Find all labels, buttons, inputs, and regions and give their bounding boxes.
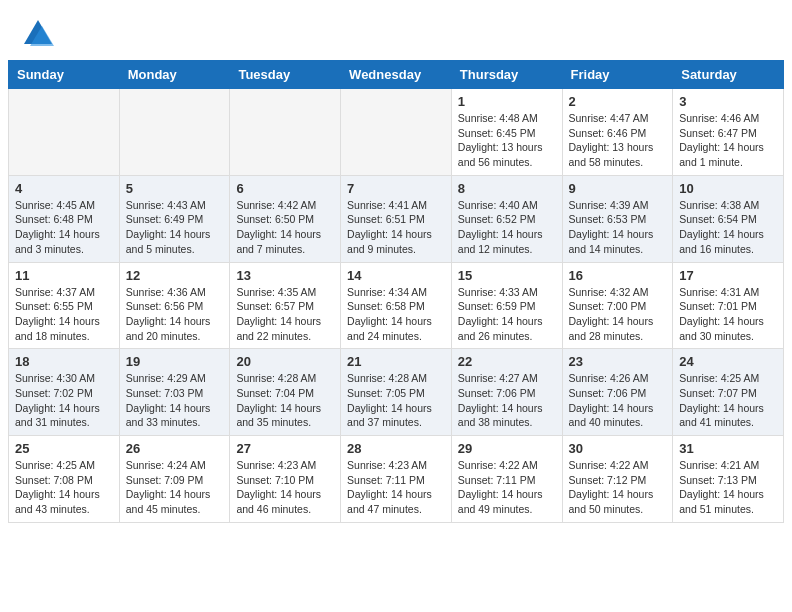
day-info: Sunrise: 4:48 AMSunset: 6:45 PMDaylight:…: [458, 111, 556, 170]
calendar-week-3: 11 Sunrise: 4:37 AMSunset: 6:55 PMDaylig…: [9, 262, 784, 349]
day-number: 8: [458, 181, 556, 196]
day-number: 31: [679, 441, 777, 456]
day-number: 1: [458, 94, 556, 109]
calendar-cell: 31 Sunrise: 4:21 AMSunset: 7:13 PMDaylig…: [673, 436, 784, 523]
calendar-cell: 22 Sunrise: 4:27 AMSunset: 7:06 PMDaylig…: [451, 349, 562, 436]
weekday-header-thursday: Thursday: [451, 61, 562, 89]
calendar-cell: 29 Sunrise: 4:22 AMSunset: 7:11 PMDaylig…: [451, 436, 562, 523]
weekday-header-saturday: Saturday: [673, 61, 784, 89]
day-info: Sunrise: 4:31 AMSunset: 7:01 PMDaylight:…: [679, 285, 777, 344]
day-number: 17: [679, 268, 777, 283]
day-info: Sunrise: 4:37 AMSunset: 6:55 PMDaylight:…: [15, 285, 113, 344]
calendar-cell: [9, 89, 120, 176]
calendar-cell: 2 Sunrise: 4:47 AMSunset: 6:46 PMDayligh…: [562, 89, 673, 176]
day-number: 3: [679, 94, 777, 109]
calendar-week-1: 1 Sunrise: 4:48 AMSunset: 6:45 PMDayligh…: [9, 89, 784, 176]
calendar-cell: 24 Sunrise: 4:25 AMSunset: 7:07 PMDaylig…: [673, 349, 784, 436]
calendar-cell: 28 Sunrise: 4:23 AMSunset: 7:11 PMDaylig…: [341, 436, 452, 523]
day-number: 14: [347, 268, 445, 283]
calendar-cell: 11 Sunrise: 4:37 AMSunset: 6:55 PMDaylig…: [9, 262, 120, 349]
day-number: 30: [569, 441, 667, 456]
day-info: Sunrise: 4:23 AMSunset: 7:10 PMDaylight:…: [236, 458, 334, 517]
calendar-cell: [341, 89, 452, 176]
day-info: Sunrise: 4:38 AMSunset: 6:54 PMDaylight:…: [679, 198, 777, 257]
calendar-cell: 27 Sunrise: 4:23 AMSunset: 7:10 PMDaylig…: [230, 436, 341, 523]
day-number: 9: [569, 181, 667, 196]
day-number: 29: [458, 441, 556, 456]
calendar-cell: 13 Sunrise: 4:35 AMSunset: 6:57 PMDaylig…: [230, 262, 341, 349]
day-info: Sunrise: 4:26 AMSunset: 7:06 PMDaylight:…: [569, 371, 667, 430]
day-info: Sunrise: 4:25 AMSunset: 7:07 PMDaylight:…: [679, 371, 777, 430]
day-info: Sunrise: 4:35 AMSunset: 6:57 PMDaylight:…: [236, 285, 334, 344]
calendar-cell: 5 Sunrise: 4:43 AMSunset: 6:49 PMDayligh…: [119, 175, 230, 262]
day-number: 4: [15, 181, 113, 196]
day-info: Sunrise: 4:28 AMSunset: 7:05 PMDaylight:…: [347, 371, 445, 430]
calendar-cell: 10 Sunrise: 4:38 AMSunset: 6:54 PMDaylig…: [673, 175, 784, 262]
calendar-wrapper: SundayMondayTuesdayWednesdayThursdayFrid…: [0, 60, 792, 531]
day-info: Sunrise: 4:23 AMSunset: 7:11 PMDaylight:…: [347, 458, 445, 517]
calendar-cell: 16 Sunrise: 4:32 AMSunset: 7:00 PMDaylig…: [562, 262, 673, 349]
day-number: 10: [679, 181, 777, 196]
weekday-header-row: SundayMondayTuesdayWednesdayThursdayFrid…: [9, 61, 784, 89]
day-number: 22: [458, 354, 556, 369]
calendar-cell: 25 Sunrise: 4:25 AMSunset: 7:08 PMDaylig…: [9, 436, 120, 523]
day-info: Sunrise: 4:45 AMSunset: 6:48 PMDaylight:…: [15, 198, 113, 257]
calendar-cell: 30 Sunrise: 4:22 AMSunset: 7:12 PMDaylig…: [562, 436, 673, 523]
logo-icon: [20, 16, 56, 52]
calendar-cell: [230, 89, 341, 176]
calendar-cell: 20 Sunrise: 4:28 AMSunset: 7:04 PMDaylig…: [230, 349, 341, 436]
day-info: Sunrise: 4:29 AMSunset: 7:03 PMDaylight:…: [126, 371, 224, 430]
calendar-cell: [119, 89, 230, 176]
day-info: Sunrise: 4:39 AMSunset: 6:53 PMDaylight:…: [569, 198, 667, 257]
day-info: Sunrise: 4:22 AMSunset: 7:12 PMDaylight:…: [569, 458, 667, 517]
calendar-week-2: 4 Sunrise: 4:45 AMSunset: 6:48 PMDayligh…: [9, 175, 784, 262]
calendar-table: SundayMondayTuesdayWednesdayThursdayFrid…: [8, 60, 784, 523]
calendar-cell: 19 Sunrise: 4:29 AMSunset: 7:03 PMDaylig…: [119, 349, 230, 436]
calendar-cell: 21 Sunrise: 4:28 AMSunset: 7:05 PMDaylig…: [341, 349, 452, 436]
day-info: Sunrise: 4:36 AMSunset: 6:56 PMDaylight:…: [126, 285, 224, 344]
day-number: 26: [126, 441, 224, 456]
day-number: 12: [126, 268, 224, 283]
calendar-cell: 8 Sunrise: 4:40 AMSunset: 6:52 PMDayligh…: [451, 175, 562, 262]
day-info: Sunrise: 4:28 AMSunset: 7:04 PMDaylight:…: [236, 371, 334, 430]
day-info: Sunrise: 4:40 AMSunset: 6:52 PMDaylight:…: [458, 198, 556, 257]
day-info: Sunrise: 4:32 AMSunset: 7:00 PMDaylight:…: [569, 285, 667, 344]
day-number: 27: [236, 441, 334, 456]
calendar-cell: 14 Sunrise: 4:34 AMSunset: 6:58 PMDaylig…: [341, 262, 452, 349]
day-info: Sunrise: 4:21 AMSunset: 7:13 PMDaylight:…: [679, 458, 777, 517]
calendar-cell: 15 Sunrise: 4:33 AMSunset: 6:59 PMDaylig…: [451, 262, 562, 349]
day-info: Sunrise: 4:47 AMSunset: 6:46 PMDaylight:…: [569, 111, 667, 170]
day-info: Sunrise: 4:46 AMSunset: 6:47 PMDaylight:…: [679, 111, 777, 170]
day-number: 6: [236, 181, 334, 196]
day-number: 19: [126, 354, 224, 369]
calendar-cell: 26 Sunrise: 4:24 AMSunset: 7:09 PMDaylig…: [119, 436, 230, 523]
day-number: 5: [126, 181, 224, 196]
calendar-cell: 7 Sunrise: 4:41 AMSunset: 6:51 PMDayligh…: [341, 175, 452, 262]
page-header: [0, 0, 792, 60]
calendar-cell: 23 Sunrise: 4:26 AMSunset: 7:06 PMDaylig…: [562, 349, 673, 436]
calendar-cell: 17 Sunrise: 4:31 AMSunset: 7:01 PMDaylig…: [673, 262, 784, 349]
calendar-cell: 6 Sunrise: 4:42 AMSunset: 6:50 PMDayligh…: [230, 175, 341, 262]
day-info: Sunrise: 4:34 AMSunset: 6:58 PMDaylight:…: [347, 285, 445, 344]
logo: [20, 16, 60, 52]
calendar-cell: 4 Sunrise: 4:45 AMSunset: 6:48 PMDayligh…: [9, 175, 120, 262]
day-info: Sunrise: 4:42 AMSunset: 6:50 PMDaylight:…: [236, 198, 334, 257]
calendar-cell: 3 Sunrise: 4:46 AMSunset: 6:47 PMDayligh…: [673, 89, 784, 176]
calendar-cell: 18 Sunrise: 4:30 AMSunset: 7:02 PMDaylig…: [9, 349, 120, 436]
weekday-header-monday: Monday: [119, 61, 230, 89]
day-number: 2: [569, 94, 667, 109]
day-number: 15: [458, 268, 556, 283]
day-number: 11: [15, 268, 113, 283]
weekday-header-tuesday: Tuesday: [230, 61, 341, 89]
day-info: Sunrise: 4:33 AMSunset: 6:59 PMDaylight:…: [458, 285, 556, 344]
weekday-header-sunday: Sunday: [9, 61, 120, 89]
day-number: 13: [236, 268, 334, 283]
day-number: 16: [569, 268, 667, 283]
day-number: 24: [679, 354, 777, 369]
day-number: 23: [569, 354, 667, 369]
calendar-cell: 9 Sunrise: 4:39 AMSunset: 6:53 PMDayligh…: [562, 175, 673, 262]
day-number: 18: [15, 354, 113, 369]
day-info: Sunrise: 4:30 AMSunset: 7:02 PMDaylight:…: [15, 371, 113, 430]
day-number: 25: [15, 441, 113, 456]
weekday-header-friday: Friday: [562, 61, 673, 89]
